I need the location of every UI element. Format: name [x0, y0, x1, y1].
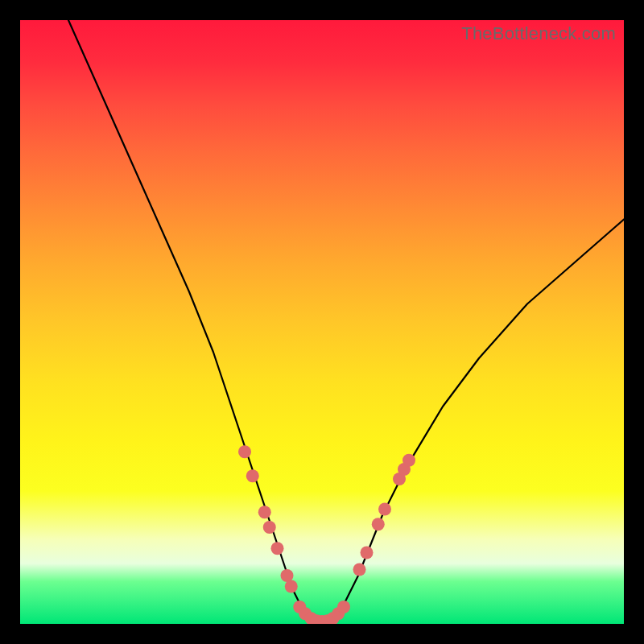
data-marker: [238, 445, 251, 458]
data-marker: [258, 506, 271, 518]
data-marker: [271, 542, 284, 555]
plot-area: TheBottleneck.com: [20, 20, 624, 624]
data-markers: [238, 445, 415, 624]
data-marker: [263, 521, 276, 534]
chart-frame: TheBottleneck.com: [0, 0, 644, 644]
curve-line: [68, 20, 624, 621]
chart-svg: [20, 20, 624, 624]
data-marker: [361, 547, 374, 559]
data-marker: [402, 454, 415, 467]
data-marker: [353, 564, 366, 576]
data-marker: [246, 469, 259, 482]
data-marker: [378, 503, 391, 516]
data-marker: [337, 601, 350, 613]
data-marker: [372, 518, 385, 530]
data-marker: [285, 580, 298, 593]
